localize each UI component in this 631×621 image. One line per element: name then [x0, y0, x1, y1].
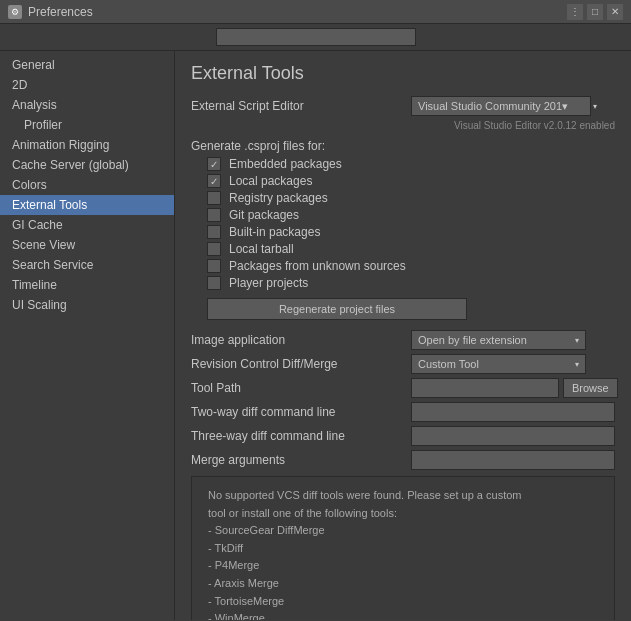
- revision-control-control: Custom Tool ▾: [411, 354, 615, 374]
- pkg-label-4: Built-in packages: [229, 225, 320, 239]
- sidebar: General 2D Analysis Profiler Animation R…: [0, 51, 175, 620]
- image-app-row: Image application Open by file extension…: [191, 330, 615, 350]
- threeway-input[interactable]: [411, 426, 615, 446]
- script-editor-value: Visual Studio Community 201▾: [418, 100, 568, 113]
- tool-path-input[interactable]: [411, 378, 559, 398]
- revision-control-row: Revision Control Diff/Merge Custom Tool …: [191, 354, 615, 374]
- sidebar-item-profiler[interactable]: Profiler: [0, 115, 174, 135]
- close-button[interactable]: ✕: [607, 4, 623, 20]
- main-layout: General 2D Analysis Profiler Animation R…: [0, 51, 631, 620]
- image-app-dropdown[interactable]: Open by file extension ▾: [411, 330, 586, 350]
- regenerate-button[interactable]: Regenerate project files: [207, 298, 467, 320]
- script-editor-row: External Script Editor Visual Studio Com…: [191, 96, 615, 116]
- image-app-control: Open by file extension ▾: [411, 330, 615, 350]
- sidebar-item-scene-view[interactable]: Scene View: [0, 235, 174, 255]
- sidebar-item-external-tools[interactable]: External Tools: [0, 195, 174, 215]
- search-input[interactable]: [216, 28, 416, 46]
- sidebar-item-cache-server[interactable]: Cache Server (global): [0, 155, 174, 175]
- generate-label: Generate .csproj files for:: [191, 139, 615, 153]
- revision-control-value: Custom Tool: [418, 358, 479, 370]
- pkg-checkbox-0[interactable]: [207, 157, 221, 171]
- page-title: External Tools: [191, 63, 615, 84]
- packages-list: Embedded packages Local packages Registr…: [207, 157, 615, 290]
- script-editor-dropdown[interactable]: Visual Studio Community 201▾: [411, 96, 591, 116]
- pkg-checkbox-3[interactable]: [207, 208, 221, 222]
- pkg-checkbox-5[interactable]: [207, 242, 221, 256]
- image-app-label: Image application: [191, 333, 411, 347]
- maximize-button[interactable]: □: [587, 4, 603, 20]
- merge-args-control: [411, 450, 615, 470]
- pkg-checkbox-6[interactable]: [207, 259, 221, 273]
- pkg-label-2: Registry packages: [229, 191, 328, 205]
- threeway-label: Three-way diff command line: [191, 429, 411, 443]
- content-area: External Tools External Script Editor Vi…: [175, 51, 631, 620]
- pkg-checkbox-2[interactable]: [207, 191, 221, 205]
- merge-args-input[interactable]: [411, 450, 615, 470]
- sidebar-item-ui-scaling[interactable]: UI Scaling: [0, 295, 174, 315]
- sidebar-item-2d[interactable]: 2D: [0, 75, 174, 95]
- twoway-row: Two-way diff command line: [191, 402, 615, 422]
- threeway-control: [411, 426, 615, 446]
- revision-control-label: Revision Control Diff/Merge: [191, 357, 411, 371]
- window-title: Preferences: [28, 5, 93, 19]
- twoway-input[interactable]: [411, 402, 615, 422]
- merge-args-label: Merge arguments: [191, 453, 411, 467]
- pkg-row-0: Embedded packages: [207, 157, 615, 171]
- title-bar: ⚙ Preferences ⋮ □ ✕: [0, 0, 631, 24]
- pkg-row-5: Local tarball: [207, 242, 615, 256]
- sidebar-item-colors[interactable]: Colors: [0, 175, 174, 195]
- merge-args-row: Merge arguments: [191, 450, 615, 470]
- title-bar-left: ⚙ Preferences: [8, 5, 93, 19]
- sidebar-item-timeline[interactable]: Timeline: [0, 275, 174, 295]
- sidebar-item-animation-rigging[interactable]: Animation Rigging: [0, 135, 174, 155]
- pkg-row-4: Built-in packages: [207, 225, 615, 239]
- script-editor-arrow-icon: ▾: [593, 102, 597, 111]
- pkg-row-7: Player projects: [207, 276, 615, 290]
- twoway-control: [411, 402, 615, 422]
- pkg-label-7: Player projects: [229, 276, 308, 290]
- pkg-checkbox-7[interactable]: [207, 276, 221, 290]
- pkg-row-2: Registry packages: [207, 191, 615, 205]
- browse-button[interactable]: Browse: [563, 378, 618, 398]
- sidebar-item-gi-cache[interactable]: GI Cache: [0, 215, 174, 235]
- search-bar: [0, 24, 631, 51]
- pkg-checkbox-4[interactable]: [207, 225, 221, 239]
- pkg-label-5: Local tarball: [229, 242, 294, 256]
- pkg-row-3: Git packages: [207, 208, 615, 222]
- script-editor-label: External Script Editor: [191, 99, 411, 113]
- script-editor-control: Visual Studio Community 201▾ ▾: [411, 96, 615, 116]
- image-app-value: Open by file extension: [418, 334, 527, 346]
- pkg-row-1: Local packages: [207, 174, 615, 188]
- tool-path-row: Tool Path Browse: [191, 378, 615, 398]
- app-icon: ⚙: [8, 5, 22, 19]
- info-box: No supported VCS diff tools were found. …: [191, 476, 615, 620]
- sidebar-item-search-service[interactable]: Search Service: [0, 255, 174, 275]
- revision-control-dropdown[interactable]: Custom Tool ▾: [411, 354, 586, 374]
- image-app-arrow-icon: ▾: [575, 336, 579, 345]
- twoway-label: Two-way diff command line: [191, 405, 411, 419]
- sidebar-item-general[interactable]: General: [0, 55, 174, 75]
- pkg-label-0: Embedded packages: [229, 157, 342, 171]
- pkg-label-3: Git packages: [229, 208, 299, 222]
- editor-info-text: Visual Studio Editor v2.0.12 enabled: [191, 120, 615, 131]
- pkg-checkbox-1[interactable]: [207, 174, 221, 188]
- window-controls[interactable]: ⋮ □ ✕: [567, 4, 623, 20]
- info-text: No supported VCS diff tools were found. …: [208, 489, 521, 620]
- tool-path-label: Tool Path: [191, 381, 411, 395]
- pkg-label-6: Packages from unknown sources: [229, 259, 406, 273]
- threeway-row: Three-way diff command line: [191, 426, 615, 446]
- pkg-row-6: Packages from unknown sources: [207, 259, 615, 273]
- revision-control-arrow-icon: ▾: [575, 360, 579, 369]
- menu-button[interactable]: ⋮: [567, 4, 583, 20]
- pkg-label-1: Local packages: [229, 174, 312, 188]
- tool-path-control: Browse: [411, 378, 618, 398]
- sidebar-item-analysis[interactable]: Analysis: [0, 95, 174, 115]
